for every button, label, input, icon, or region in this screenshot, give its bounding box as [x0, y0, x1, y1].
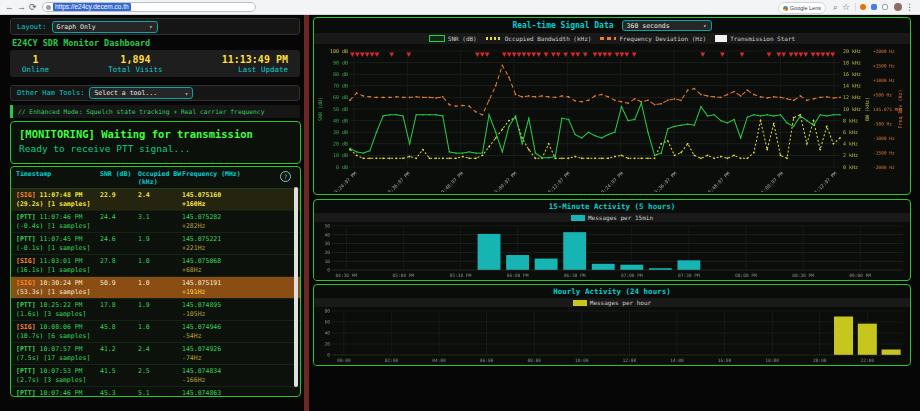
google-lens-button[interactable]: Google Lens — [778, 2, 826, 14]
activity-hourly-title: Hourly Activity (24 hours) — [553, 287, 670, 296]
table-body: [SIG] 11:07:48 PM (29.2s) [1 samples]22.… — [11, 189, 300, 397]
back-icon[interactable]: ← — [5, 0, 14, 14]
enhanced-mode-text: // Enhanced Mode: Squelch state tracking… — [18, 108, 264, 115]
bw-legend-label: Occupied Bandwidth (kHz) — [505, 35, 592, 42]
stats-bar: 1 Online 1,894 Total Visits 11:13:49 PM … — [10, 50, 300, 77]
realtime-chart-title: Real-time Signal Data — [512, 21, 613, 30]
browser-toolbar: ← → ⟳ https://e24cy.decem.co.th Google L… — [0, 0, 920, 15]
activity-15min-legend: Messages per 15min — [314, 213, 910, 222]
stat-online: 1 Online — [22, 54, 49, 74]
chevron-down-icon: ▾ — [149, 23, 153, 30]
activity-15min-panel: 15-Minute Activity (5 hours) Messages pe… — [313, 199, 911, 281]
freqdev-legend-swatch — [600, 37, 616, 40]
lens-label: Google Lens — [790, 5, 821, 11]
signal-chart-canvas[interactable] — [314, 44, 906, 192]
browser-menu-icon[interactable]: ⋮ — [905, 0, 914, 14]
ham-tools-toolbar: Other Ham Tools: Select a tool... ▾ — [10, 85, 300, 101]
ham-tools-select[interactable]: Select a tool... ▾ — [89, 87, 193, 99]
lens-icon — [783, 6, 788, 11]
total-visits-count: 1,894 — [108, 54, 162, 65]
time-window-value: 360 seconds — [627, 22, 670, 30]
last-update-label: Last Update — [222, 65, 288, 74]
txstart-legend-swatch — [715, 35, 727, 42]
table-row[interactable]: [SIG] 10:08:06 PM (10.7s) [6 samples]45.… — [11, 321, 300, 343]
search-icon[interactable]: ⌕ — [833, 0, 838, 14]
ham-tools-label: Other Ham Tools: — [17, 89, 84, 97]
chevron-down-icon: ▾ — [185, 90, 189, 97]
extension-icon-1[interactable] — [860, 4, 866, 10]
chevron-down-icon: ▾ — [703, 22, 707, 29]
table-row[interactable]: [PTT] 10:07:46 PM (5.6s) [11 samples]45.… — [11, 387, 300, 397]
table-row[interactable]: [PTT] 10:07:53 PM (2.7s) [3 samples]41.5… — [11, 365, 300, 387]
monitoring-ready-line: Ready to receive PTT signal... — [19, 143, 292, 154]
page-title: E24CY SDR Monitor Dashboard — [12, 38, 150, 48]
profile-avatar[interactable] — [894, 3, 902, 11]
online-count: 1 — [22, 54, 49, 65]
table-row[interactable]: [PTT] 10:25:22 PM (1.6s) [3 samples]17.8… — [11, 299, 300, 321]
extension-icon-2[interactable] — [871, 4, 877, 10]
reload-icon[interactable]: ⟳ — [29, 0, 37, 14]
activity-hourly-panel: Hourly Activity (24 hours) Messages per … — [313, 284, 911, 366]
layout-toolbar: Layout: Graph Only ▾ — [10, 18, 300, 35]
activity15-legend-label: Messages per 15min — [588, 214, 653, 221]
table-row[interactable]: [PTT] 11:07:46 PM (-0.4s) [1 samples]24.… — [11, 211, 300, 233]
activity-15min-canvas[interactable] — [314, 222, 906, 280]
toolbar-divider — [855, 3, 856, 11]
total-visits-label: Total Visits — [108, 65, 162, 74]
realtime-chart-legend: SNR (dB) Occupied Bandwidth (kHz) Freque… — [314, 33, 910, 44]
monitoring-status-line: [MONITORING] Waiting for transmission — [19, 128, 292, 140]
url-text[interactable]: https://e24cy.decem.co.th — [53, 3, 131, 11]
site-info-icon[interactable] — [46, 5, 51, 10]
stat-last-update: 11:13:49 PM Last Update — [222, 54, 288, 74]
activity15-legend-swatch — [571, 215, 585, 221]
signal-log-table: Timestamp SNR (dB) Occupied BW (kHz) Fre… — [10, 166, 301, 397]
activity-hourly-canvas[interactable] — [314, 307, 906, 365]
layout-select-value: Graph Only — [57, 23, 96, 31]
hourly-legend-label: Messages per hour — [590, 299, 651, 306]
activity-hourly-legend: Messages per hour — [314, 298, 910, 307]
stat-total-visits: 1,894 Total Visits — [108, 54, 162, 74]
table-row[interactable]: [PTT] 11:07:45 PM (-0.1s) [1 samples]24.… — [11, 233, 300, 255]
layout-label: Layout: — [17, 23, 47, 31]
online-label: Online — [22, 65, 49, 74]
freqdev-legend-label: Frequency Deviation (Hz) — [619, 35, 706, 42]
help-icon[interactable]: ? — [280, 171, 291, 182]
realtime-signal-panel: Real-time Signal Data 360 seconds ▾ SNR … — [313, 17, 911, 195]
page-scrollbar[interactable] — [304, 14, 309, 411]
monitoring-status-box: [MONITORING] Waiting for transmission Re… — [10, 121, 301, 164]
extension-icon-3[interactable] — [882, 4, 888, 10]
time-window-select[interactable]: 360 seconds ▾ — [622, 20, 712, 31]
snr-legend-swatch — [429, 35, 445, 42]
activity-15min-title: 15-Minute Activity (5 hours) — [549, 202, 675, 211]
table-row[interactable]: [PTT] 10:07:57 PM (7.5s) [17 samples]41.… — [11, 343, 300, 365]
ham-tools-select-value: Select a tool... — [94, 89, 157, 97]
header-timestamp: Timestamp — [16, 170, 100, 186]
enhanced-mode-note: // Enhanced Mode: Squelch state tracking… — [10, 105, 300, 118]
forward-icon[interactable]: → — [17, 0, 26, 14]
layout-select[interactable]: Graph Only ▾ — [52, 21, 158, 33]
header-snr: SNR (dB) — [100, 170, 138, 186]
bookmark-star-icon[interactable]: ☆ — [842, 0, 850, 14]
table-header: Timestamp SNR (dB) Occupied BW (kHz) Fre… — [11, 167, 300, 189]
last-update-time: 11:13:49 PM — [222, 54, 288, 65]
bw-legend-swatch — [486, 37, 502, 40]
header-bw: Occupied BW (kHz) — [138, 170, 182, 186]
table-row[interactable]: [SIG] 11:07:48 PM (29.2s) [1 samples]22.… — [11, 189, 300, 211]
table-scrollbar[interactable] — [294, 187, 298, 387]
address-bar[interactable]: https://e24cy.decem.co.th — [42, 2, 256, 12]
snr-legend-label: SNR (dB) — [448, 35, 477, 42]
txstart-legend-label: Transmission Start — [730, 35, 795, 42]
table-row[interactable]: [SIG] 10:30:24 PM (53.3s) [1 samples]50.… — [11, 277, 300, 299]
table-row[interactable]: [SIG] 11:03:01 PM (16.1s) [1 samples]27.… — [11, 255, 300, 277]
hourly-legend-swatch — [573, 300, 587, 306]
